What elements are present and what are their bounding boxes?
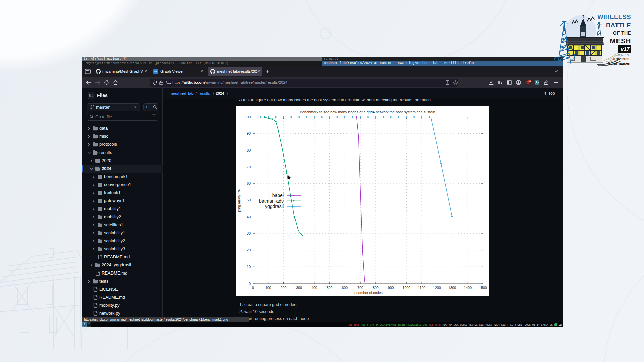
svg-text:800: 800	[373, 286, 379, 290]
svg-text:30: 30	[247, 231, 251, 235]
svg-text:June 2025: June 2025	[612, 57, 630, 61]
svg-text:batman-adv: batman-adv	[259, 198, 284, 204]
svg-text:90: 90	[247, 131, 251, 135]
svg-text:1400: 1400	[464, 286, 472, 290]
svg-text:1100: 1100	[418, 286, 426, 290]
svg-text:500: 500	[327, 286, 333, 290]
svg-text:15: 15	[529, 80, 531, 82]
svg-text:100: 100	[265, 286, 271, 290]
svg-text:0: 0	[252, 286, 254, 290]
svg-text:60: 60	[247, 181, 251, 185]
svg-text:40: 40	[247, 215, 251, 219]
svg-text:1200: 1200	[433, 286, 441, 290]
svg-text:10: 10	[247, 265, 251, 269]
svg-text:900: 900	[388, 286, 394, 290]
svg-text:v17: v17	[621, 46, 630, 52]
svg-text:WIRELESS: WIRELESS	[597, 13, 631, 20]
svg-text:OF THE: OF THE	[613, 30, 631, 36]
svg-text:1000: 1000	[402, 286, 411, 290]
svg-text:babel: babel	[272, 193, 284, 198]
svg-text:70: 70	[247, 165, 251, 169]
svg-text:50: 50	[247, 198, 251, 202]
svg-text:300: 300	[296, 286, 302, 290]
svg-text:# number of nodes: # number of nodes	[353, 291, 383, 295]
svg-text:80: 80	[247, 148, 251, 152]
svg-text:200: 200	[281, 286, 287, 290]
svg-text:1500: 1500	[479, 286, 487, 290]
svg-text:Benchmark to see how many node: Benchmark to see how many nodes of a gri…	[300, 110, 436, 114]
svg-text:MESH: MESH	[610, 37, 631, 45]
svg-text:20: 20	[247, 248, 251, 252]
svg-text:12th - 15th: 12th - 15th	[618, 54, 630, 57]
svg-text:Sundhausen: Sundhausen	[608, 61, 630, 65]
svg-text:600: 600	[342, 286, 348, 290]
svg-text:700: 700	[357, 286, 363, 290]
svg-text:BATTLE: BATTLE	[606, 22, 631, 29]
svg-text:1300: 1300	[448, 286, 457, 290]
svg-text:100: 100	[245, 115, 251, 119]
svg-text:ping arrival [%]: ping arrival [%]	[237, 188, 241, 212]
svg-text:yggdrasil: yggdrasil	[265, 204, 284, 209]
svg-text:0: 0	[249, 282, 251, 286]
svg-text:400: 400	[311, 286, 317, 290]
